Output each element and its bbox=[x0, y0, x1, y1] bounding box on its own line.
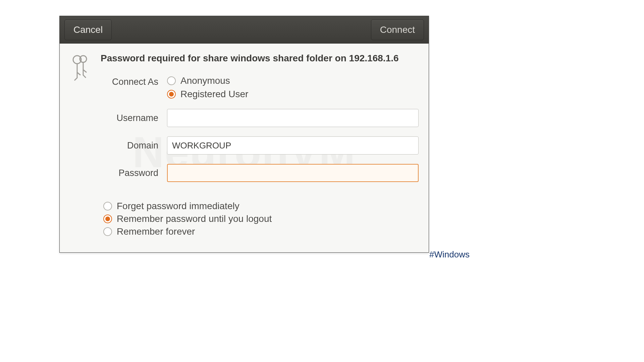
cancel-button[interactable]: Cancel bbox=[64, 19, 112, 40]
radio-label: Forget password immediately bbox=[117, 201, 239, 212]
dialog-body: NeuronVM Password required for share win… bbox=[60, 44, 429, 252]
radio-label: Remember password until you logout bbox=[117, 214, 272, 224]
connect-as-group: Anonymous Registered User bbox=[167, 75, 419, 100]
remember-forget[interactable]: Forget password immediately bbox=[103, 201, 419, 212]
radio-label: Anonymous bbox=[180, 75, 230, 86]
username-label: Username bbox=[101, 113, 158, 123]
remember-forever[interactable]: Remember forever bbox=[103, 226, 419, 237]
dialog-heading: Password required for share windows shar… bbox=[101, 52, 419, 64]
radio-icon bbox=[167, 90, 176, 99]
password-label: Password bbox=[101, 168, 158, 178]
remember-group: Forget password immediately Remember pas… bbox=[103, 201, 419, 237]
hashtag-text: #Windows bbox=[429, 249, 470, 260]
username-input[interactable] bbox=[167, 109, 419, 127]
radio-label: Remember forever bbox=[117, 226, 195, 237]
remember-session[interactable]: Remember password until you logout bbox=[103, 214, 419, 224]
radio-icon bbox=[167, 76, 176, 85]
connect-as-anonymous[interactable]: Anonymous bbox=[167, 75, 419, 86]
radio-label: Registered User bbox=[180, 89, 248, 100]
radio-icon bbox=[103, 202, 112, 210]
connect-as-registered[interactable]: Registered User bbox=[167, 89, 419, 100]
connect-as-label: Connect As bbox=[101, 75, 158, 87]
domain-label: Domain bbox=[101, 140, 158, 151]
dialog-titlebar: Cancel Connect bbox=[60, 16, 429, 44]
connect-button[interactable]: Connect bbox=[371, 19, 424, 40]
keys-icon bbox=[70, 54, 91, 84]
auth-dialog: Cancel Connect NeuronVM Password require… bbox=[59, 16, 429, 253]
password-input[interactable] bbox=[167, 164, 419, 182]
radio-icon bbox=[103, 227, 112, 236]
radio-icon bbox=[103, 215, 112, 223]
domain-input[interactable] bbox=[167, 136, 419, 155]
